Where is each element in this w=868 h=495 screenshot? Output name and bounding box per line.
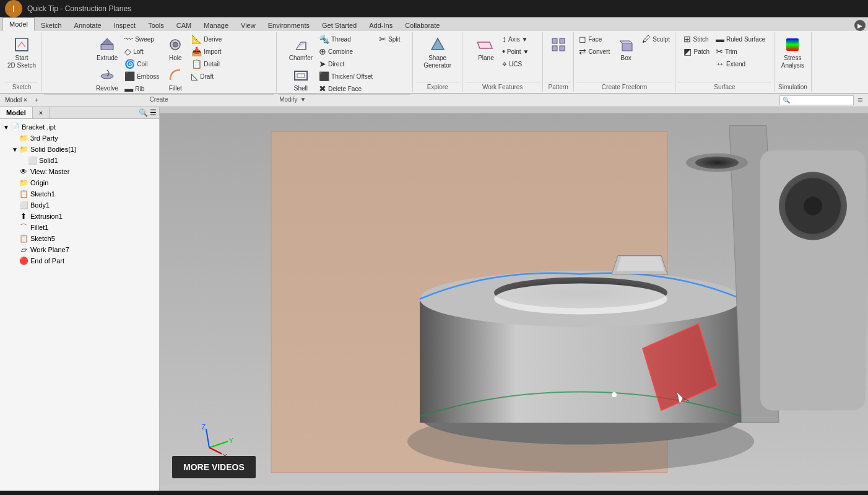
tree-item-fillet1[interactable]: ⌒Fillet1	[0, 222, 159, 233]
stitch-label: Stitch	[693, 36, 708, 43]
tree-item-sketch1[interactable]: 📋Sketch1	[0, 188, 159, 199]
panel-tab-close[interactable]: ×	[33, 107, 50, 118]
tab-add-ins[interactable]: Add-Ins	[363, 19, 399, 31]
ruled-surface-btn[interactable]: ▬ Ruled Surface	[713, 33, 768, 45]
tree-item-extrusion1[interactable]: ⬆Extrusion1	[0, 211, 159, 222]
tab-tools[interactable]: Tools	[142, 19, 170, 31]
tab-annotate[interactable]: Annotate	[68, 19, 108, 31]
face-btn[interactable]: ◻ Face	[576, 33, 612, 45]
import-btn[interactable]: 📥 Import	[189, 46, 224, 57]
stress-analysis-btn[interactable]: StressAnalysis	[779, 33, 807, 71]
trim-btn[interactable]: ✂ Trim	[713, 46, 768, 57]
tree-item-solid-bodies[interactable]: ▼📁Solid Bodies(1)	[0, 144, 159, 155]
thicken-btn[interactable]: ⬛ Thicken/ Offset	[316, 71, 375, 82]
derive-btn[interactable]: 📐 Derive	[189, 33, 224, 45]
direct-btn[interactable]: ➤ Direct	[316, 58, 375, 69]
extrude-btn[interactable]: Extrude	[93, 33, 121, 63]
point-btn[interactable]: • Point ▼	[500, 46, 531, 57]
tree-icon-bracket-ipt: 📄	[10, 122, 20, 132]
patch-btn[interactable]: ◩ Patch	[681, 46, 712, 57]
delete-face-btn[interactable]: ✖ Delete Face	[316, 83, 375, 94]
coil-btn[interactable]: 🌀 Coil	[122, 58, 162, 69]
pattern-icon	[549, 35, 568, 55]
plane-btn[interactable]: Plane	[474, 33, 498, 63]
tree-arrow-solid-bodies[interactable]: ▼	[11, 146, 19, 153]
tree-item-body1[interactable]: ⬜Body1	[0, 199, 159, 211]
revolve-btn[interactable]: Revolve	[93, 64, 121, 94]
group-create-buttons: Extrude Revolve 〰 Sweep	[93, 33, 224, 94]
tab-sketch[interactable]: Sketch	[35, 19, 68, 31]
freeform-box-btn[interactable]: Box	[614, 33, 638, 63]
search-bar[interactable]: 🔍	[779, 95, 854, 105]
tab-collaborate[interactable]: Collaborate	[399, 19, 446, 31]
tree-item-view-master[interactable]: 👁View: Master	[0, 166, 159, 177]
tab-view[interactable]: View	[235, 19, 262, 31]
svg-rect-8	[295, 71, 307, 80]
tab-inspect[interactable]: Inspect	[108, 19, 142, 31]
tab-cam[interactable]: CAM	[170, 19, 197, 31]
stress-analysis-label: StressAnalysis	[781, 55, 804, 69]
user-icon[interactable]: ▶	[854, 20, 866, 31]
tree-icon-3rd-party: 📁	[19, 133, 28, 143]
tab-model[interactable]: Model	[2, 17, 35, 31]
menu-btn[interactable]: ☰	[855, 96, 866, 104]
thread-btn[interactable]: 🔩 Thread	[316, 33, 375, 45]
viewport[interactable]: Y Z X MORE VIDEOS	[160, 107, 868, 491]
ucs-btn[interactable]: ⌖ UCS	[500, 58, 531, 70]
convert-btn[interactable]: ⇄ Convert	[576, 46, 612, 57]
tree-item-origin[interactable]: 📁Origin	[0, 177, 159, 188]
tab-get-started[interactable]: Get Started	[316, 19, 363, 31]
tree-item-3rd-party[interactable]: 📁3rd Party	[0, 133, 159, 144]
group-work-features-label: Work Features	[465, 82, 540, 90]
fillet-btn[interactable]: Fillet	[163, 64, 188, 94]
revolve-icon	[97, 65, 117, 85]
create-col-3: Hole Fillet	[163, 33, 188, 94]
panel-search-btn[interactable]: 🔍	[139, 108, 148, 117]
tab-environments[interactable]: Environments	[262, 19, 316, 31]
ruled-surface-icon: ▬	[716, 34, 724, 44]
chamfer-btn[interactable]: Chamfer	[287, 33, 315, 63]
rib-btn[interactable]: ▬ Rib	[122, 83, 162, 94]
sculpt-btn[interactable]: 🖊 Sculpt	[640, 33, 672, 45]
emboss-btn[interactable]: ⬛ Emboss	[122, 71, 162, 82]
shape-generator-btn[interactable]: ShapeGenerator	[421, 33, 454, 71]
title-bar: I Quick Tip - Construction Planes	[0, 0, 868, 17]
modify-expand-icon[interactable]: ▼	[300, 96, 306, 103]
group-surface-buttons: ⊞ Stitch ◩ Patch ▬ Ruled Surface ✂	[681, 33, 768, 82]
create-col-4: 📐 Derive 📥 Import 📋 Detail ◺ Draft	[189, 33, 224, 82]
detail-btn[interactable]: 📋 Detail	[189, 58, 224, 69]
svg-rect-15	[560, 46, 565, 51]
draft-btn[interactable]: ◺ Draft	[189, 71, 224, 82]
more-videos-button[interactable]: MORE VIDEOS	[172, 456, 256, 478]
tree-item-work-plane7[interactable]: ▱Work Plane7	[0, 244, 159, 255]
direct-label: Direct	[328, 61, 344, 68]
start-2d-sketch-btn[interactable]: Start2D Sketch	[5, 33, 38, 71]
panel-menu-btn[interactable]: ☰	[150, 108, 157, 117]
tab-manage[interactable]: Manage	[197, 19, 235, 31]
panel-tab-model[interactable]: Model	[0, 107, 33, 118]
sweep-btn[interactable]: 〰 Sweep	[122, 33, 162, 45]
tree-item-bracket-ipt[interactable]: ▼📄Bracket .ipt	[0, 121, 159, 133]
tree-label-extrusion1: Extrusion1	[30, 212, 63, 220]
shell-btn[interactable]: Shell	[287, 64, 315, 94]
extend-btn[interactable]: ↔ Extend	[713, 58, 768, 69]
model-tab[interactable]: Model ×	[2, 96, 30, 104]
group-freeform-buttons: ◻ Face ⇄ Convert Box 🖊	[576, 33, 672, 82]
combine-btn[interactable]: ⊕ Combine	[316, 46, 375, 57]
group-freeform-label: Create Freeform	[576, 82, 672, 90]
loft-btn[interactable]: ◇ Loft	[122, 46, 162, 57]
create-col-1: Extrude Revolve	[93, 33, 121, 94]
tree-item-solid1[interactable]: ⬜Solid1	[0, 155, 159, 166]
thread-icon: 🔩	[319, 34, 329, 44]
tree-item-sketch5[interactable]: 📋Sketch5	[0, 233, 159, 244]
new-tab-btn[interactable]: +	[32, 96, 41, 104]
chamfer-label: Chamfer	[289, 55, 313, 62]
tree-item-end-of-part[interactable]: 🔴End of Part	[0, 255, 159, 266]
axis-btn[interactable]: ↕ Axis ▼	[500, 33, 531, 45]
stitch-btn[interactable]: ⊞ Stitch	[681, 33, 712, 45]
pattern-btn[interactable]	[546, 33, 571, 56]
hole-btn[interactable]: Hole	[163, 33, 188, 63]
tree-arrow-bracket-ipt[interactable]: ▼	[2, 124, 10, 131]
split-btn[interactable]: ✂ Split	[376, 33, 402, 45]
tree-label-end-of-part: End of Part	[30, 257, 64, 265]
